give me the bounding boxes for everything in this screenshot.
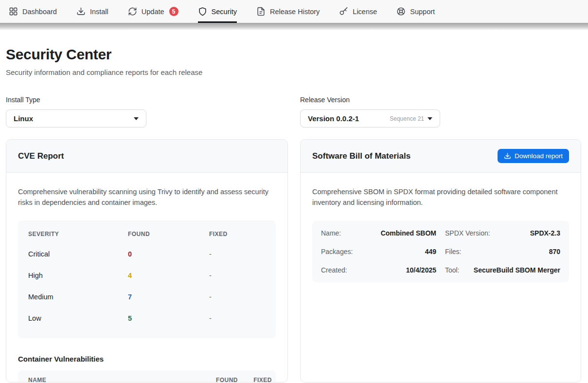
cve-report-card: CVE Report Comprehensive vulnerability s… [6, 139, 288, 383]
severity-fixed-value: - [209, 314, 266, 322]
found-column-header: Found [128, 231, 209, 237]
detail-value: 10/4/2025 [406, 266, 436, 274]
table-row: Critical 0 - [28, 243, 266, 265]
download-icon [76, 7, 86, 16]
cve-report-title: CVE Report [18, 151, 64, 161]
detail-label: Name: [321, 229, 341, 237]
cve-report-body: Comprehensive vulnerability scanning usi… [6, 187, 287, 383]
detail-value: 870 [549, 248, 560, 255]
severity-label: Medium [28, 293, 128, 301]
download-report-button[interactable]: Download report [498, 149, 569, 163]
update-count-badge: 5 [169, 7, 178, 16]
cards-row: CVE Report Comprehensive vulnerability s… [6, 139, 581, 383]
sbom-card: Software Bill of Materials Download repo… [300, 139, 581, 383]
detail-value: Combined SBOM [381, 229, 436, 237]
sbom-title: Software Bill of Materials [312, 151, 410, 161]
detail-label: Packages: [321, 248, 353, 255]
detail-label: Files: [445, 248, 461, 255]
severity-table-rows: Critical 0 - High 4 - Medium 7 - [28, 243, 266, 329]
refresh-icon [128, 7, 137, 16]
chevron-down-icon [428, 117, 432, 120]
list-item: Tool: SecureBuild SBOM Merger [445, 266, 560, 274]
dashboard-icon [9, 7, 18, 16]
install-type-group: Install Type Linux [6, 96, 288, 128]
fixed-column-header: Fixed [209, 231, 266, 237]
container-vulnerabilities-header: Name Found Fixed [18, 370, 276, 383]
severity-found-value: 5 [128, 314, 209, 322]
list-item: Name: Combined SBOM [321, 229, 436, 237]
severity-found-value: 4 [128, 272, 209, 279]
severity-table: Severity Found Fixed Critical 0 - High 4 [18, 220, 276, 338]
detail-label: Created: [321, 266, 347, 274]
lifebuoy-icon [396, 7, 406, 16]
list-item: SPDX Version: SPDX-2.3 [445, 229, 560, 237]
page-subtitle: Security information and compliance repo… [6, 68, 581, 76]
release-version-label: Release Version [300, 96, 440, 104]
install-type-select[interactable]: Linux [6, 109, 146, 128]
nav-item-security[interactable]: Security [198, 0, 237, 23]
severity-found-value: 7 [128, 293, 209, 301]
release-sequence-label: Sequence 21 [390, 115, 424, 122]
nav-item-license[interactable]: License [339, 0, 377, 23]
page-title: Security Center [6, 46, 581, 63]
detail-value: SecureBuild SBOM Merger [474, 266, 560, 274]
fixed-column-header: Fixed [238, 377, 272, 383]
found-column-header: Found [209, 377, 238, 383]
install-type-value: Linux [14, 114, 33, 123]
list-item: Files: 870 [445, 248, 560, 255]
container-vulnerabilities-title: Container Vulnerabilities [18, 355, 276, 363]
detail-label: Tool: [445, 266, 460, 274]
nav-label: Release History [270, 8, 320, 16]
list-item: Packages: 449 [321, 248, 436, 255]
chevron-down-icon [134, 117, 139, 120]
key-icon [339, 7, 348, 16]
download-report-label: Download report [515, 152, 563, 160]
nav-item-install[interactable]: Install [76, 0, 108, 23]
detail-label: SPDX Version: [445, 229, 490, 237]
nav-label: Update [142, 8, 164, 16]
install-type-label: Install Type [6, 96, 288, 104]
severity-fixed-value: - [209, 272, 266, 279]
sbom-description: Comprehensive SBOM in SPDX format provid… [312, 187, 569, 208]
nav-shadow-band [0, 23, 588, 30]
release-version-group: Release Version Version 0.0.2-1 Sequence… [300, 96, 440, 128]
detail-value: SPDX-2.3 [530, 229, 560, 237]
severity-label: Low [28, 314, 128, 322]
shield-icon [198, 7, 207, 16]
sbom-body: Comprehensive SBOM in SPDX format provid… [301, 187, 581, 282]
top-navigation: Dashboard Install Update 5 Security Rele… [0, 0, 588, 23]
severity-label: Critical [28, 250, 128, 258]
download-icon [504, 152, 511, 160]
nav-label: Dashboard [22, 8, 57, 16]
severity-table-header: Severity Found Fixed [28, 231, 266, 237]
nav-item-support[interactable]: Support [396, 0, 435, 23]
nav-label: Support [410, 8, 435, 16]
detail-value: 449 [425, 248, 436, 255]
release-version-value: Version 0.0.2-1 [308, 114, 359, 123]
nav-label: Install [90, 8, 108, 16]
nav-item-dashboard[interactable]: Dashboard [9, 0, 57, 23]
cve-report-header: CVE Report [6, 140, 287, 173]
filters-row: Install Type Linux Release Version Versi… [6, 96, 581, 128]
list-item: Created: 10/4/2025 [321, 266, 436, 274]
nav-label: Security [212, 8, 237, 16]
nav-item-update[interactable]: Update 5 [128, 0, 178, 23]
cve-report-description: Comprehensive vulnerability scanning usi… [18, 187, 276, 208]
main-content: Security Center Security information and… [0, 46, 588, 383]
severity-label: High [28, 272, 128, 279]
document-icon [256, 7, 266, 16]
table-row: Low 5 - [28, 308, 266, 329]
release-version-select[interactable]: Version 0.0.2-1 Sequence 21 [300, 109, 440, 128]
severity-column-header: Severity [28, 231, 128, 237]
nav-label: License [353, 8, 377, 16]
table-row: Medium 7 - [28, 286, 266, 308]
table-row: High 4 - [28, 265, 266, 286]
severity-found-value: 0 [128, 250, 209, 258]
severity-fixed-value: - [209, 293, 266, 301]
nav-item-release-history[interactable]: Release History [256, 0, 320, 23]
severity-fixed-value: - [209, 250, 266, 258]
name-column-header: Name [28, 377, 209, 383]
sbom-header: Software Bill of Materials Download repo… [301, 140, 581, 173]
sbom-details-grid: Name: Combined SBOM SPDX Version: SPDX-2… [312, 221, 569, 282]
